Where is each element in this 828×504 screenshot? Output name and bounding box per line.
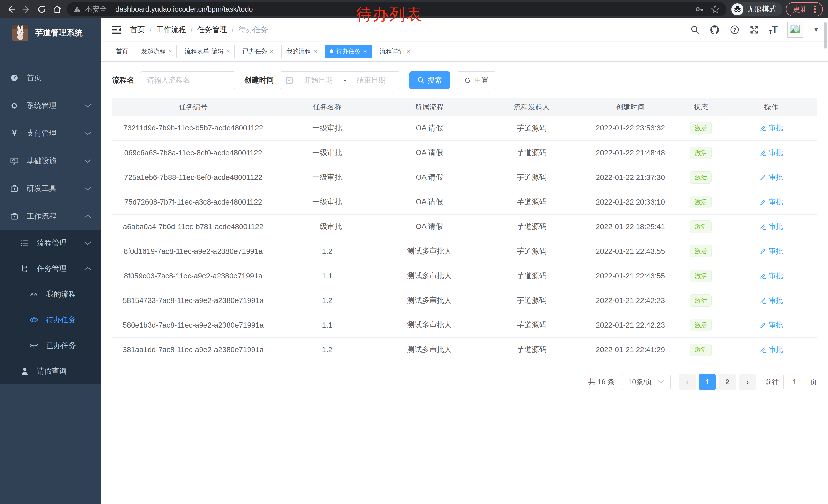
tab-home[interactable]: 首页 [111,45,133,58]
sidebar-item-leave-query[interactable]: 请假查询 [0,358,101,384]
sidebar-item-home[interactable]: 首页 [0,64,101,92]
page-size-select[interactable]: 10条/页 [622,373,670,391]
tab-close-icon[interactable]: × [168,48,172,55]
font-size-icon[interactable]: тT [769,25,778,35]
process-starter-cell: 芋道源码 [479,239,584,264]
process-name-cell: OA 请假 [380,165,479,190]
status-badge: 激活 [690,221,711,233]
sidebar-item-system[interactable]: 系统管理 [0,92,101,120]
task-id-cell: 069c6a63-7b8a-11ec-8ef0-acde48001122 [112,140,274,165]
process-name-cell: 测试多审批人 [380,239,479,264]
sidebar-item-done-tasks[interactable]: 已办任务 [0,333,101,358]
edit-pencil-icon [760,297,767,304]
help-icon[interactable]: ? [730,25,740,35]
home-icon[interactable] [51,3,63,15]
back-icon[interactable] [5,3,17,15]
breadcrumb-workflow[interactable]: 工作流程 [156,25,186,35]
search-button[interactable]: 搜索 [409,71,450,89]
omnibox-divider [111,5,111,13]
edit-pencil-icon [760,322,767,328]
approve-link[interactable]: 审批 [760,246,783,256]
tab-close-icon[interactable]: × [226,48,230,55]
toolbox-icon [9,184,19,193]
tab-close-icon[interactable]: × [270,48,274,55]
end-date-placeholder[interactable]: 结束日期 [348,75,394,85]
sidebar-item-devtools[interactable]: 研发工具 [0,175,101,202]
tab-process-detail[interactable]: 流程详情× [375,45,415,58]
password-key-icon[interactable] [695,5,704,13]
page-button-1[interactable]: 1 [699,374,716,390]
approve-link[interactable]: 审批 [760,295,783,305]
breadcrumb-home[interactable]: 首页 [130,25,145,35]
bookmark-star-icon[interactable] [710,5,720,14]
approve-link[interactable]: 审批 [760,345,783,355]
sidebar-item-process-management[interactable]: 流程管理 [0,230,101,256]
tab-done-tasks[interactable]: 已办任务× [238,45,278,58]
browser-update-button[interactable]: 更新 [786,2,823,16]
avatar-caret-icon[interactable]: ▼ [813,26,819,33]
approve-link[interactable]: 审批 [760,197,783,207]
goto-page-input[interactable] [783,373,806,391]
date-range-separator: - [343,76,346,84]
browser-menu-icon[interactable] [811,4,819,14]
task-id-cell: 58154733-7ac8-11ec-a9e2-a2380e71991a [112,288,274,313]
sidebar-item-workflow[interactable]: 工作流程 [0,202,101,230]
sidebar-item-label: 请假查询 [37,366,67,376]
github-icon[interactable] [709,25,720,35]
sidebar-item-todo-tasks[interactable]: 待办任务 [0,307,101,333]
tab-start-process[interactable]: 发起流程× [136,45,177,58]
create-time-cell: 2022-01-21 22:43:55 [585,264,676,288]
approve-link[interactable]: 审批 [760,148,783,158]
top-navbar: 首页 / 工作流程 / 任务管理 / 待办任务 ? тT [101,18,828,41]
url-text[interactable]: dashboard.yudao.iocoder.cn/bpm/task/todo [115,5,253,13]
approve-link-label: 审批 [769,271,783,281]
sidebar-item-payment[interactable]: ¥ 支付管理 [0,120,101,147]
status-cell: 激活 [676,239,726,264]
start-date-placeholder[interactable]: 开始日期 [295,75,341,85]
approve-link-label: 审批 [769,173,783,182]
search-button-label: 搜索 [427,75,442,85]
approve-link[interactable]: 审批 [760,222,783,231]
approve-link[interactable]: 审批 [760,123,783,133]
tab-close-icon[interactable]: × [314,48,317,55]
sidebar-item-label: 任务管理 [37,264,67,274]
tab-close-icon[interactable]: × [363,48,367,55]
breadcrumb-task-management[interactable]: 任务管理 [197,25,227,35]
fullscreen-icon[interactable] [749,25,759,35]
task-name-cell: 一级审批 [274,140,380,165]
sidebar-item-label: 首页 [27,73,42,83]
tab-process-form-edit[interactable]: 流程表单-编辑× [180,45,235,58]
search-icon[interactable] [690,25,700,34]
app-logo-row[interactable]: 芋道管理系统 [0,18,101,47]
tab-close-icon[interactable]: × [407,48,410,55]
sidebar-item-infrastructure[interactable]: 基础设施 [0,147,101,175]
sidebar-item-task-management[interactable]: 任务管理 [0,256,101,281]
prev-page-button[interactable]: ‹ [679,374,696,390]
tab-todo-tasks[interactable]: 待办任务× [325,45,372,58]
security-label[interactable]: 不安全 [85,4,107,14]
reload-icon[interactable] [36,3,48,15]
forward-icon[interactable] [20,3,32,15]
svg-text:?: ? [733,27,736,33]
next-page-button[interactable]: › [739,374,756,390]
action-cell: 审批 [726,165,817,190]
approve-link[interactable]: 审批 [760,271,783,281]
update-label[interactable]: 更新 [793,4,808,14]
tab-my-process[interactable]: 我的流程× [281,45,322,58]
avatar[interactable] [787,22,803,38]
sidebar-item-label: 流程管理 [37,238,67,248]
approve-link[interactable]: 审批 [760,173,783,182]
sidebar-item-label: 系统管理 [27,100,56,111]
process-name-input[interactable] [140,71,236,89]
approve-link[interactable]: 审批 [760,320,783,330]
reset-button[interactable]: 重置 [457,71,496,89]
chevron-down-icon [84,103,92,108]
date-range-picker[interactable]: 开始日期 - 结束日期 [280,71,400,89]
sidebar-item-my-process[interactable]: 我的流程 [0,281,101,307]
incognito-badge: 无痕模式 [730,2,782,16]
table-row: 58154733-7ac8-11ec-a9e2-a2380e71991a1.2测… [112,288,817,313]
task-id-cell: 73211d9d-7b9b-11ec-b5b7-acde48001122 [112,116,274,140]
sidebar-collapse-icon[interactable] [111,26,121,34]
task-name-cell: 一级审批 [274,116,380,140]
page-button-2[interactable]: 2 [719,374,736,390]
